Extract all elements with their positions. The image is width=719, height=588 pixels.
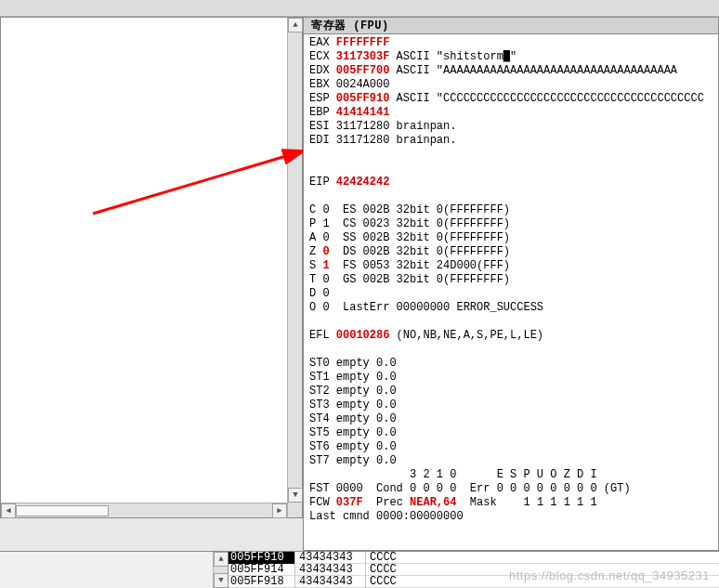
flag-row-s: S 1 FS 0053 32bit 24D000(FFF) <box>309 259 718 273</box>
scroll-down-arrow-icon[interactable]: ▼ <box>214 573 229 588</box>
efl-row: EFL 00010286 (NO,NB,NE,A,S,PE,L,LE) <box>309 329 718 343</box>
fpu-st1: ST1 empty 0.0 <box>309 371 718 385</box>
fpu-st6: ST6 empty 0.0 <box>309 440 718 454</box>
registers-panel-title: 寄存器 (FPU) <box>304 18 718 34</box>
register-row-esp: ESP 005FF910 ASCII "CCCCCCCCCCCCCCCCCCCC… <box>309 92 718 106</box>
fpu-st3: ST3 empty 0.0 <box>309 399 718 412</box>
flag-row-p: P 1 CS 0023 32bit 0(FFFFFFFF) <box>309 217 718 231</box>
register-row-eip: EIP 42424242 <box>309 176 718 189</box>
dump-vertical-scrollbar[interactable]: ▲ ▼ <box>213 552 228 588</box>
register-row-edi: EDI 31171280 brainpan. <box>309 134 718 148</box>
register-row-ecx: ECX 3117303F ASCII "shitstorm█" <box>309 50 718 64</box>
fpu-st5: ST5 empty 0.0 <box>309 426 718 440</box>
fpu-fst: FST 0000 Cond 0 0 0 0 Err 0 0 0 0 0 0 0 … <box>309 482 718 496</box>
scroll-up-arrow-icon[interactable]: ▲ <box>214 552 229 567</box>
flag-row-t: T 0 GS 002B 32bit 0(FFFFFFFF) <box>309 273 718 287</box>
register-row-edx: EDX 005FF700 ASCII "AAAAAAAAAAAAAAAAAAAA… <box>309 64 718 78</box>
scroll-right-arrow-icon[interactable]: ▶ <box>272 503 287 518</box>
flag-row-c: C 0 ES 002B 32bit 0(FFFFFFFF) <box>309 203 718 217</box>
fpu-last-cmnd: Last cmnd 0000:00000000 <box>309 510 718 524</box>
register-row-ebp: EBP 41414141 <box>309 106 718 120</box>
vertical-scrollbar[interactable]: ▲ ▼ <box>287 18 302 517</box>
window-titlebar <box>0 0 719 17</box>
flag-row-z: Z 0 DS 002B 32bit 0(FFFFFFFF) <box>309 245 718 259</box>
flag-row-a: A 0 SS 002B 32bit 0(FFFFFFFF) <box>309 231 718 245</box>
fpu-st0: ST0 empty 0.0 <box>309 357 718 371</box>
register-row-eax: EAX FFFFFFFF <box>309 36 718 50</box>
flag-row-d: D 0 <box>309 287 718 301</box>
scroll-left-arrow-icon[interactable]: ◀ <box>1 503 16 518</box>
fpu-fcw: FCW 037F Prec NEAR,64 Mask 1 1 1 1 1 1 <box>309 496 718 510</box>
register-row-esi: ESI 31171280 brainpan. <box>309 120 718 134</box>
fpu-st2: ST2 empty 0.0 <box>309 385 718 399</box>
disassembly-panel[interactable]: ▲ ▼ ◀ ▶ <box>0 17 303 518</box>
watermark-text: https://blog.csdn.net/qq_34935231 <box>509 568 710 582</box>
registers-content: EAX FFFFFFFFECX 3117303F ASCII "shitstor… <box>304 34 718 524</box>
hex-dump-panel[interactable]: ▲ ▼ <box>0 551 228 588</box>
scroll-up-arrow-icon[interactable]: ▲ <box>288 18 303 33</box>
scroll-thumb[interactable] <box>16 505 109 516</box>
scroll-down-arrow-icon[interactable]: ▼ <box>288 488 303 503</box>
fpu-st7: ST7 empty 0.0 <box>309 454 718 468</box>
horizontal-scrollbar[interactable]: ◀ ▶ <box>1 503 287 517</box>
register-row-ebx: EBX 0024A000 <box>309 78 718 92</box>
fpu-header: 3 2 1 0 E S P U O Z D I <box>309 468 718 482</box>
flag-row-o: O 0 LastErr 00000000 ERROR_SUCCESS <box>309 301 718 315</box>
registers-panel[interactable]: 寄存器 (FPU) EAX FFFFFFFFECX 3117303F ASCII… <box>303 17 719 551</box>
fpu-st4: ST4 empty 0.0 <box>309 412 718 426</box>
